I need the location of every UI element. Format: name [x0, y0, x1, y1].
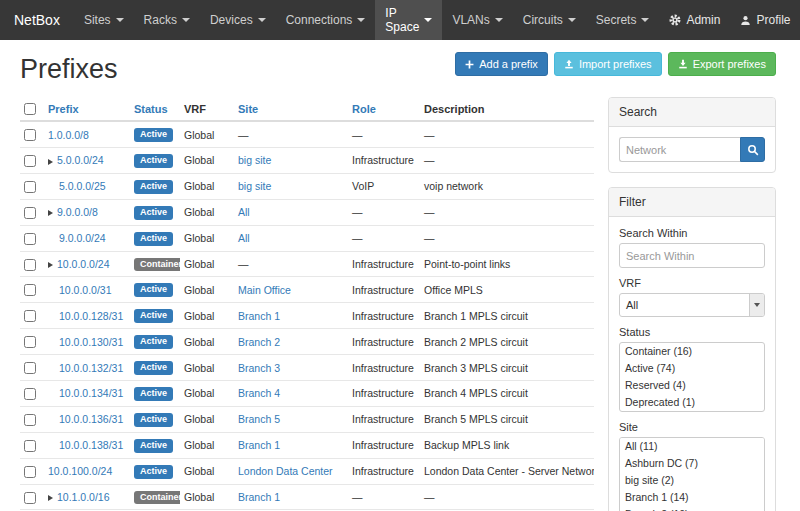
prefix-link[interactable]: 10.0.0.0/24 [57, 258, 110, 270]
row-checkbox[interactable] [24, 155, 36, 167]
prefix-link[interactable]: 1.0.0.0/8 [48, 129, 89, 141]
site-link[interactable]: big site [238, 154, 271, 166]
site-listbox[interactable]: All (11)Ashburn DC (7)big site (2)Branch… [619, 437, 765, 511]
site-link[interactable]: Branch 3 [238, 362, 280, 374]
prefix-link[interactable]: 5.0.0.0/24 [57, 154, 104, 166]
column-header-role[interactable]: Role [348, 97, 420, 121]
row-checkbox[interactable] [24, 362, 36, 374]
search-button[interactable] [740, 137, 765, 162]
add-prefix-button[interactable]: Add a prefix [455, 52, 548, 76]
select-all-checkbox[interactable] [24, 103, 36, 115]
column-header-vrf[interactable]: VRF [180, 97, 234, 121]
prefix-link[interactable]: 10.0.0.134/31 [59, 387, 123, 399]
nav-item-secrets[interactable]: Secrets [586, 0, 660, 40]
prefix-link[interactable]: 9.0.0.0/8 [57, 206, 98, 218]
site-link[interactable]: Branch 2 [238, 336, 280, 348]
listbox-option[interactable]: Container (16) [620, 343, 764, 360]
description-value: Point-to-point links [420, 251, 594, 277]
column-header-site[interactable]: Site [234, 97, 348, 121]
row-checkbox[interactable] [24, 129, 36, 141]
listbox-option[interactable]: Ashburn DC (7) [620, 455, 764, 472]
status-listbox[interactable]: Container (16)Active (74)Reserved (4)Dep… [619, 342, 765, 412]
nav-item-vlans[interactable]: VLANs [442, 0, 512, 40]
listbox-option[interactable]: Branch 1 (14) [620, 489, 764, 506]
expand-caret-icon[interactable] [48, 159, 53, 165]
prefix-link[interactable]: 10.0.0.130/31 [59, 336, 123, 348]
site-link: — [238, 258, 249, 270]
row-checkbox[interactable] [24, 181, 36, 193]
vrf-select-value: All [620, 299, 749, 311]
site-link[interactable]: All [238, 232, 250, 244]
prefix-link[interactable]: 10.0.0.0/31 [59, 284, 112, 296]
nav-item-sites[interactable]: Sites [74, 0, 134, 40]
row-checkbox[interactable] [24, 259, 36, 271]
filter-panel: Filter Search Within VRF All Status Cont… [608, 187, 776, 511]
nav-item-admin[interactable]: Admin [659, 0, 730, 40]
listbox-option[interactable]: Deprecated (1) [620, 394, 764, 411]
prefix-link[interactable]: 10.1.0.0/16 [57, 491, 110, 503]
column-header-prefix[interactable]: Prefix [44, 97, 130, 121]
prefix-link[interactable]: 10.0.0.128/31 [59, 310, 123, 322]
row-checkbox[interactable] [24, 492, 36, 504]
nav-item-devices[interactable]: Devices [200, 0, 276, 40]
prefix-link[interactable]: 10.0.100.0/24 [48, 465, 112, 477]
vrf-value: Global [180, 406, 234, 432]
row-checkbox[interactable] [24, 310, 36, 322]
table-row: 5.0.0.0/25 Active Global big site VoIP v… [20, 173, 594, 199]
listbox-option[interactable]: big site (2) [620, 472, 764, 489]
nav-item-circuits[interactable]: Circuits [513, 0, 586, 40]
vrf-value: Global [180, 329, 234, 355]
prefix-link[interactable]: 5.0.0.0/25 [59, 180, 106, 192]
export-prefixes-button[interactable]: Export prefixes [668, 52, 776, 76]
row-checkbox[interactable] [24, 440, 36, 452]
site-link[interactable]: All [238, 206, 250, 218]
prefix-link[interactable]: 10.0.0.138/31 [59, 439, 123, 451]
chevron-down-icon [182, 18, 190, 22]
row-checkbox[interactable] [24, 466, 36, 478]
table-row: 10.1.0.0/16 Container Global Branch 1 — … [20, 484, 594, 510]
expand-caret-icon[interactable] [48, 262, 53, 268]
row-checkbox[interactable] [24, 414, 36, 426]
nav-item-racks[interactable]: Racks [134, 0, 200, 40]
vrf-select[interactable]: All [619, 293, 765, 317]
row-checkbox[interactable] [24, 284, 36, 296]
user-icon [740, 15, 751, 26]
nav-item-label: Connections [286, 13, 353, 27]
search-panel: Search [608, 97, 776, 173]
listbox-option[interactable]: Reserved (4) [620, 377, 764, 394]
site-link[interactable]: big site [238, 180, 271, 192]
prefix-cell: 10.0.100.0/24 [48, 465, 112, 477]
table-row: 10.0.0.136/31 Active Global Branch 5 Inf… [20, 406, 594, 432]
site-link[interactable]: Branch 1 [238, 310, 280, 322]
row-checkbox[interactable] [24, 233, 36, 245]
import-prefixes-button[interactable]: Import prefixes [554, 52, 662, 76]
listbox-option[interactable]: Branch 2 (10) [620, 506, 764, 511]
site-link[interactable]: Main Office [238, 284, 291, 296]
description-value: — [420, 199, 594, 225]
search-input[interactable] [619, 137, 740, 162]
site-link[interactable]: Branch 1 [238, 491, 280, 503]
table-row: 9.0.0.0/8 Active Global All — — [20, 199, 594, 225]
nav-item-profile[interactable]: Profile [730, 0, 800, 40]
row-checkbox[interactable] [24, 336, 36, 348]
site-link[interactable]: Branch 4 [238, 387, 280, 399]
brand-netbox[interactable]: NetBox [0, 0, 74, 40]
prefix-cell: 10.0.0.138/31 [48, 439, 123, 451]
site-link[interactable]: Branch 5 [238, 413, 280, 425]
prefix-link[interactable]: 10.0.0.136/31 [59, 413, 123, 425]
nav-item-ip-space[interactable]: IP Space [375, 0, 442, 40]
site-link[interactable]: London Data Center [238, 465, 333, 477]
listbox-option[interactable]: All (11) [620, 438, 764, 455]
row-checkbox[interactable] [24, 388, 36, 400]
prefix-link[interactable]: 9.0.0.0/24 [59, 232, 106, 244]
prefix-link[interactable]: 10.0.0.132/31 [59, 362, 123, 374]
site-link[interactable]: Branch 1 [238, 439, 280, 451]
row-checkbox[interactable] [24, 207, 36, 219]
column-header-status[interactable]: Status [130, 97, 180, 121]
expand-caret-icon[interactable] [48, 495, 53, 501]
description-value: Branch 2 MPLS circuit [420, 329, 594, 355]
nav-item-connections[interactable]: Connections [276, 0, 376, 40]
listbox-option[interactable]: Active (74) [620, 360, 764, 377]
expand-caret-icon[interactable] [48, 210, 53, 216]
search-within-input[interactable] [619, 243, 765, 268]
